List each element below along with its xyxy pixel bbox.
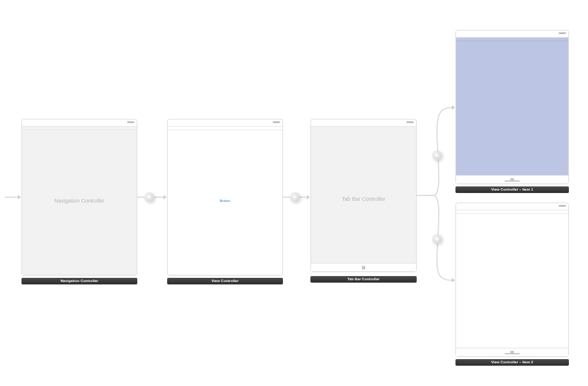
navigation-bar: [168, 127, 282, 130]
scene-placeholder-label: Navigation Controller: [54, 198, 104, 204]
scene-titlebar-control: [559, 205, 566, 207]
segue-viewcontrollers-item-1[interactable]: [432, 151, 442, 160]
scene-titlebar-control: [407, 121, 414, 123]
tab-bar: [456, 175, 568, 183]
scene-caption-navigation: Navigation Controller: [21, 278, 137, 284]
scene-titlebar[interactable]: [456, 203, 568, 210]
scene-view-controller-item-1[interactable]: [455, 30, 569, 184]
segue-show[interactable]: [290, 192, 300, 202]
home-indicator-icon: [504, 180, 520, 182]
entry-point-arrow[interactable]: [5, 197, 18, 198]
arrow-head-icon: [452, 105, 455, 110]
arrow-head-icon: [307, 195, 310, 200]
scene-titlebar[interactable]: [168, 120, 282, 127]
tab-bar: [311, 263, 416, 271]
navigation-bar: [456, 38, 568, 41]
tab-bar: [456, 348, 568, 356]
segue-root-relationship[interactable]: [144, 192, 154, 202]
scene-titlebar-control: [273, 121, 280, 123]
segue-viewcontrollers-item-2[interactable]: [432, 234, 442, 244]
scene-placeholder-label: Tab Bar Controller: [342, 196, 386, 202]
tab-bar-item-icon: [362, 266, 365, 269]
arrow-head-icon: [452, 278, 455, 283]
scene-titlebar[interactable]: [456, 30, 568, 38]
storyboard-canvas[interactable]: Navigation Controller Navigation Control…: [0, 0, 588, 386]
scene-caption-item-1: View Controller – Item 1: [455, 186, 569, 193]
navigation-bar: [456, 210, 568, 214]
scene-view-controller-root[interactable]: Button: [167, 119, 283, 275]
arrow-head-icon: [164, 195, 167, 200]
scene-caption-root: View Controller: [167, 278, 283, 284]
scene-navigation-controller[interactable]: Navigation Controller: [21, 119, 137, 275]
button-element[interactable]: Button: [220, 199, 230, 203]
scene-titlebar-control: [559, 32, 566, 34]
arrow-head-icon: [18, 195, 21, 200]
scene-titlebar[interactable]: [22, 120, 137, 127]
scene-caption-item-2: View Controller – Item 2: [455, 359, 569, 366]
scene-caption-tabbar: Tab Bar Controller: [310, 276, 417, 283]
scene-titlebar-control: [127, 121, 134, 123]
scene-view-controller-item-2[interactable]: [455, 203, 569, 357]
scene-titlebar[interactable]: [311, 120, 416, 127]
scene-tab-bar-controller[interactable]: Tab Bar Controller: [310, 119, 417, 272]
home-indicator-icon: [504, 353, 520, 354]
navigation-bar: [22, 127, 137, 130]
